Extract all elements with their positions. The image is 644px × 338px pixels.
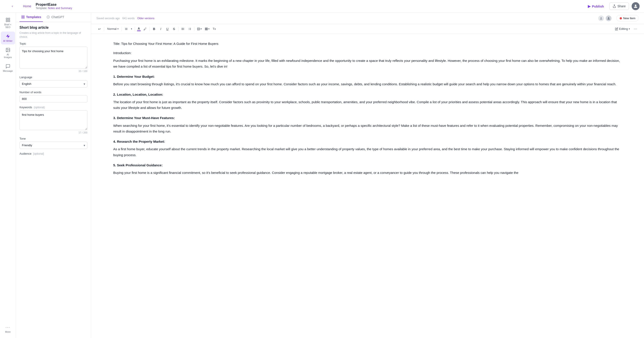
underline-button[interactable]: U [164,26,170,32]
highlight-button[interactable]: 🖊 [142,26,148,32]
home-chevron-icon: ‹ [12,4,13,8]
audience-optional: [optional] [33,152,44,155]
template-label: Template: Notes and Summary [36,7,72,10]
section5-para: Buying your first home is a significant … [113,170,622,176]
older-versions-link[interactable]: Older versions [137,17,154,20]
text-style-select[interactable]: Normal ▾ [106,26,120,31]
language-label: Language [20,75,87,79]
text-color-button[interactable]: A [136,26,142,32]
keywords-field: Keywords (optional) 17 / 200 [20,106,87,134]
svg-rect-1 [6,18,7,19]
intro-para: Purchasing your first home is an exhilar… [113,58,622,70]
intro-heading: Introduction: [113,50,622,56]
sidebar-item-more-label: More [5,331,10,333]
svg-point-6 [7,49,8,49]
topic-field: Topic 33 / 100 [20,42,87,72]
save-status: Saved seconds ago [96,17,120,20]
keywords-input[interactable] [20,110,87,130]
panel-tabs: Templates ChatGPT [16,12,91,22]
sidebar-item-brief-seo[interactable]: Brief + SEO [1,15,15,31]
audience-label: Audience [optional] [20,152,87,155]
svg-rect-9 [22,17,23,18]
section2-heading: 2. Location, Location, Location: [113,92,622,97]
svg-rect-10 [23,17,24,18]
text-style-label: Normal [107,27,116,30]
svg-point-0 [635,5,636,6]
insert-table-button[interactable]: ▾ [204,26,211,31]
word-count-field: Number of words [20,91,87,102]
svg-rect-4 [8,20,10,22]
align-button[interactable] [123,26,130,32]
sidebar-item-message[interactable]: Message [1,62,15,74]
svg-rect-31 [205,28,208,30]
user-avatar[interactable] [632,2,640,10]
numbered-list-button[interactable]: 123 [187,26,193,32]
undo-button[interactable]: ↩ [96,26,102,32]
audience-field: Audience [optional] [20,152,87,157]
toolbar-divider-5 [178,27,179,31]
align-chevron[interactable]: ▾ [130,26,133,32]
share-button[interactable]: Share [609,2,629,10]
keywords-label: Keywords (optional) [20,106,87,109]
editing-mode-button[interactable]: Editing ▾ [613,26,632,31]
section2-para: The location of your first home is just … [113,99,622,111]
tab-templates[interactable]: Templates [20,12,43,22]
toolbar-divider-4 [150,27,150,31]
sidebar-item-ai-writer[interactable]: AI Writer [1,31,15,44]
new-item-button[interactable]: New Item [616,15,639,21]
editor-content[interactable]: Title: Tips for Choosing Your First Home… [91,34,644,338]
topic-label: Topic [20,42,87,45]
panel-content: Short blog article Creates a blog articl… [16,22,91,338]
tab-chatgpt[interactable]: ChatGPT [45,12,66,22]
italic-button[interactable]: I [158,26,164,32]
tone-field: Tone Friendly Professional Casual Formal… [20,137,87,149]
home-label: Home [23,4,31,8]
tab-templates-label: Templates [26,15,41,19]
sidebar-item-ai-writer-label: AI Writer [3,39,12,42]
toolbar-divider-6 [194,27,194,31]
word-count-display: 641 words [122,17,134,20]
bullet-list-button[interactable] [180,26,186,32]
keywords-char-count: 17 / 200 [20,131,87,134]
editor-info-bar: Saved seconds ago 641 words Older versio… [91,12,644,24]
tone-select[interactable]: Friendly Professional Casual Formal [20,142,87,149]
sidebar-item-brief-seo-label: Brief + SEO [3,23,13,28]
text-color-underline [137,30,141,31]
svg-point-13 [608,17,609,18]
section3-heading: 3. Determine Your Must-Have Features: [113,115,622,121]
editor-area: Saved seconds ago 641 words Older versio… [91,12,644,338]
sidebar-item-more[interactable]: ··· More [1,323,15,335]
sidebar-item-ai-images[interactable]: AI Images [1,45,15,61]
topic-input[interactable] [20,47,87,69]
editing-label: Editing [619,27,628,30]
sidebar-item-ai-images-label: AI Images [3,53,13,58]
svg-rect-8 [23,16,24,17]
editor-toolbar: ↩ Normal ▾ ▾ A [91,24,644,34]
svg-rect-7 [22,16,23,17]
section1-para: Before you start browsing through listin… [113,81,622,87]
section4-heading: 4. Research the Property Market: [113,139,622,144]
icon-sidebar: Brief + SEO AI Writer AI Images Message … [0,12,16,338]
svg-point-21 [182,29,182,29]
strikethrough-button[interactable]: S [171,26,177,32]
publish-button[interactable]: ▶ Publish [585,2,606,10]
sidebar-item-message-label: Message [3,70,13,72]
word-count-input[interactable] [20,95,87,102]
insert-image-button[interactable]: ▾ [196,26,203,31]
toolbar-divider-1 [104,27,104,31]
svg-point-30 [198,28,198,29]
svg-point-22 [182,29,182,30]
template-name[interactable]: Notes and Summary [48,7,72,10]
more-options-button[interactable]: ··· [632,26,639,32]
section1-heading: 1. Determine Your Budget: [113,74,622,79]
language-select[interactable]: English Spanish French German [20,80,87,87]
home-link[interactable]: Home [23,4,31,8]
app-title: PropertEase [36,3,72,7]
section4-para: As a first home buyer, educate yourself … [113,146,622,158]
clear-format-button[interactable]: Tx [211,26,218,32]
svg-point-12 [600,17,602,18]
bold-button[interactable]: B [151,26,157,32]
topic-char-count: 33 / 100 [20,70,87,72]
new-item-label: New Item [623,16,636,20]
svg-rect-3 [6,20,7,22]
